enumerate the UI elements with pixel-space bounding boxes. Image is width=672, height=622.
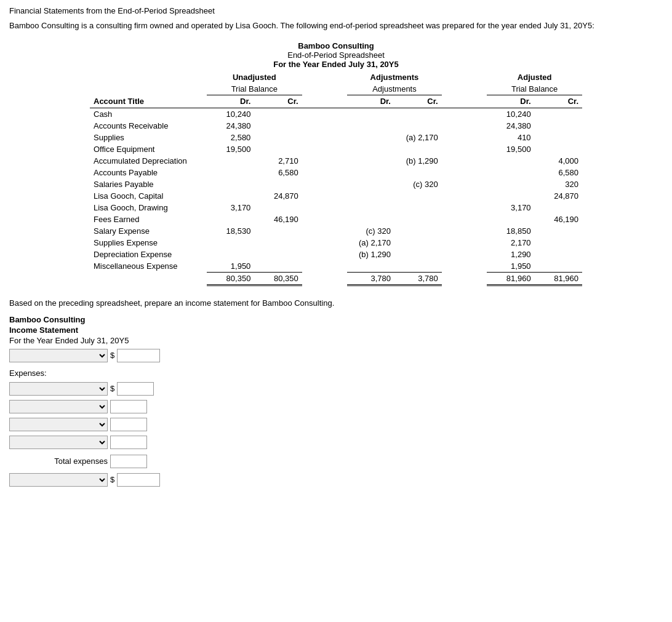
adj-cr (394, 202, 442, 213)
net-income-dollar: $ (110, 475, 114, 484)
utb-dr (207, 190, 254, 202)
adj-cr (394, 249, 442, 260)
account-name: Fees Earned (90, 213, 207, 225)
spacer4 (442, 83, 487, 95)
spacer2 (442, 249, 487, 260)
spacer2 (442, 213, 487, 225)
expense-row-2: Salary Expense Supplies Expense Deprecia… (9, 400, 663, 413)
account-name: Salary Expense (90, 225, 207, 237)
spacer (302, 249, 348, 260)
utb-dr (207, 178, 254, 190)
spacer2 (442, 237, 487, 249)
net-income-dropdown[interactable]: Net Income Net Loss (9, 473, 108, 487)
revenue-input[interactable] (117, 349, 160, 362)
adj-cr: (b) 1,290 (394, 155, 442, 167)
spacer6 (442, 95, 487, 108)
adj-dr (347, 202, 394, 213)
adjustments-subheader: Adjustments (347, 83, 441, 95)
net-income-input[interactable] (117, 473, 160, 487)
totals-label (90, 272, 207, 285)
utb-dr (207, 155, 254, 167)
atb-dr: 3,170 (487, 202, 534, 213)
spacer2 (442, 190, 487, 202)
utb-dr (207, 249, 254, 260)
expense-dropdown-3[interactable]: Salary Expense Supplies Expense Deprecia… (9, 418, 108, 431)
total-adj-cr: 3,780 (394, 272, 442, 285)
adj-cr (394, 237, 442, 249)
adj-cr (394, 225, 442, 237)
total-expenses-input[interactable] (110, 455, 147, 468)
atb-dr: 18,850 (487, 225, 534, 237)
total-expenses-label: Total expenses (9, 457, 108, 466)
utb-cr (254, 202, 302, 213)
utb-cr (254, 178, 302, 190)
total-utb-cr: 80,350 (254, 272, 302, 285)
spacer (302, 213, 348, 225)
account-name: Salaries Payable (90, 178, 207, 190)
revenue-dropdown[interactable]: Fees Earned (9, 349, 108, 362)
atb-dr (487, 155, 534, 167)
utb-cr: 2,710 (254, 155, 302, 167)
atb-cr: 46,190 (535, 213, 582, 225)
expense-input-4[interactable] (110, 436, 147, 449)
spacer2 (442, 167, 487, 178)
spacer2 (442, 202, 487, 213)
adj-cr (394, 143, 442, 155)
spacer2 (442, 108, 487, 120)
table-row: Accumulated Depreciation 2,710 (b) 1,290… (90, 155, 582, 167)
is-period: For the Year Ended July 31, 20Y5 (9, 336, 663, 345)
adj-dr (347, 260, 394, 273)
adj-dr (347, 213, 394, 225)
utb-dr: 10,240 (207, 108, 254, 120)
is-title: Income Statement (9, 325, 663, 335)
expense-input-1[interactable] (117, 382, 154, 396)
atb-dr-header: Dr. (487, 95, 534, 108)
spacer2 (442, 260, 487, 273)
adjusted-tb-subheader: Trial Balance (487, 83, 582, 95)
adj-dr (347, 178, 394, 190)
table-row: Lisa Gooch, Drawing 3,170 3,170 (90, 202, 582, 213)
adj-dr (347, 167, 394, 178)
adj-cr (394, 167, 442, 178)
expense-row-4: Salary Expense Supplies Expense Deprecia… (9, 436, 663, 449)
account-name: Supplies (90, 132, 207, 143)
expense-dropdown-4[interactable]: Salary Expense Supplies Expense Deprecia… (9, 436, 108, 449)
spacer5 (302, 95, 348, 108)
adj-dr (347, 190, 394, 202)
table-row: Salaries Payable (c) 320 320 (90, 178, 582, 190)
atb-cr: 24,870 (535, 190, 582, 202)
adjusted-header: Adjusted (487, 71, 582, 83)
spacer (302, 167, 348, 178)
adj-cr: (a) 2,170 (394, 132, 442, 143)
adj-dr-header: Dr. (347, 95, 394, 108)
adj-cr (394, 213, 442, 225)
adjustments-header: Adjustments (347, 71, 441, 83)
account-name: Supplies Expense (90, 237, 207, 249)
account-name: Accounts Payable (90, 167, 207, 178)
table-row: Supplies Expense (a) 2,170 2,170 (90, 237, 582, 249)
table-row: Lisa Gooch, Capital 24,870 24,870 (90, 190, 582, 202)
utb-cr (254, 249, 302, 260)
utb-cr: 6,580 (254, 167, 302, 178)
expense-dropdown-2[interactable]: Salary Expense Supplies Expense Deprecia… (9, 400, 108, 413)
table-row: Cash 10,240 10,240 (90, 108, 582, 120)
utb-cr-header: Cr. (254, 95, 302, 108)
table-row: Salary Expense 18,530 (c) 320 18,850 (90, 225, 582, 237)
atb-dr (487, 190, 534, 202)
spacer2 (442, 225, 487, 237)
expense-input-2[interactable] (110, 400, 147, 413)
atb-cr (535, 237, 582, 249)
expense-input-3[interactable] (110, 418, 147, 431)
header-text: Financial Statements from the End-of-Per… (9, 6, 215, 15)
based-on-text: Based on the preceding spreadsheet, prep… (9, 298, 663, 308)
expense-dropdown-1[interactable]: Salary Expense Supplies Expense Deprecia… (9, 382, 108, 396)
spacer2 (442, 132, 487, 143)
report-period: For the Year Ended July 31, 20Y5 (9, 60, 663, 69)
based-on-content: Based on the preceding spreadsheet, prep… (9, 298, 334, 308)
adj-cr: (c) 320 (394, 178, 442, 190)
spacer (302, 237, 348, 249)
utb-cr: 24,870 (254, 190, 302, 202)
account-title-header (90, 71, 207, 83)
spacer (302, 132, 348, 143)
atb-dr: 19,500 (487, 143, 534, 155)
